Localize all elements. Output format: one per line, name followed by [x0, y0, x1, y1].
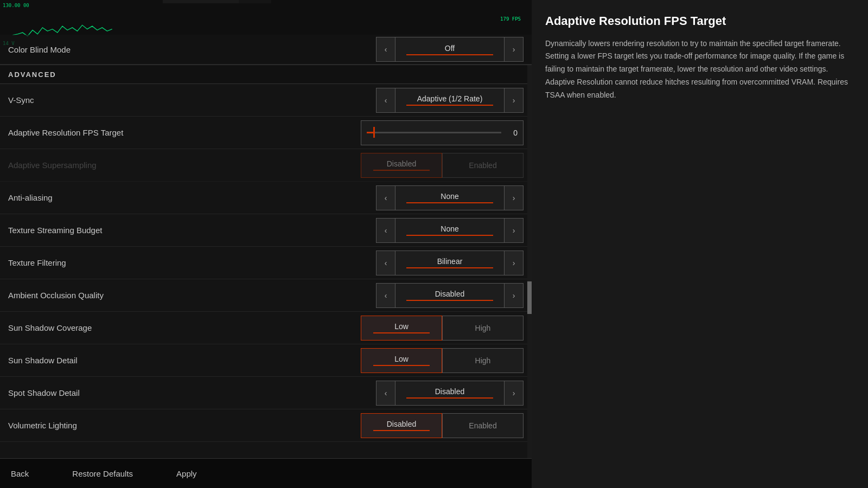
texture-filtering-control: ‹ Bilinear › — [361, 251, 524, 275]
sun-shadow-coverage-control: Low High — [361, 316, 524, 341]
texture-streaming-budget-underline — [406, 235, 493, 236]
perf-overlay: 130.00 00 — [3, 3, 29, 9]
color-blind-mode-value-box: Off — [395, 37, 504, 62]
ambient-occlusion-value: Disabled — [435, 290, 464, 298]
anti-aliasing-label: Anti-aliasing — [8, 193, 361, 202]
help-description: Dynamically lowers rendering resolution … — [545, 37, 854, 102]
volumetric-lighting-control: Disabled Enabled — [361, 413, 524, 438]
sun-shadow-coverage-low-text: Low — [394, 322, 409, 331]
color-blind-mode-control: ‹ Off › — [361, 37, 524, 62]
sun-shadow-detail-low-underline — [373, 365, 430, 366]
volumetric-lighting-opt2-text: Enabled — [469, 421, 496, 430]
volumetric-lighting-row: Volumetric Lighting Disabled Enabled — [0, 409, 532, 442]
perf-line1: 130.00 00 — [3, 3, 29, 9]
adaptive-resolution-value: 0 — [507, 129, 518, 137]
texture-streaming-budget-control: ‹ None › — [361, 218, 524, 243]
bottom-bar: Back Restore Defaults Apply — [0, 458, 532, 488]
texture-filtering-value: Bilinear — [437, 257, 463, 266]
spot-shadow-detail-value-box: Disabled — [395, 381, 504, 406]
top-bar: 130.00 00 14 V 179 FPS Color Blind Mode … — [0, 0, 532, 65]
adaptive-supersampling-opt1-text: Disabled — [387, 159, 416, 168]
texture-streaming-budget-value-box: None — [395, 218, 504, 243]
texture-streaming-budget-next[interactable]: › — [504, 218, 524, 243]
adaptive-resolution-thumb — [373, 127, 375, 138]
adaptive-resolution-slider[interactable]: 0 — [361, 120, 524, 145]
anti-aliasing-row: Anti-aliasing ‹ None › — [0, 182, 532, 214]
color-blind-mode-underline — [406, 54, 493, 55]
v-sync-control: ‹ Adaptive (1/2 Rate) › — [361, 88, 524, 113]
v-sync-prev[interactable]: ‹ — [376, 88, 395, 113]
volumetric-lighting-opt1-underline — [373, 430, 430, 431]
sun-shadow-detail-high-btn[interactable]: High — [442, 348, 524, 373]
v-sync-label: V-Sync — [8, 95, 361, 105]
ambient-occlusion-next[interactable]: › — [504, 283, 524, 308]
adaptive-supersampling-enabled-btn[interactable]: Enabled — [442, 153, 524, 178]
ambient-occlusion-control: ‹ Disabled › — [361, 283, 524, 308]
sun-shadow-coverage-high-btn[interactable]: High — [442, 316, 524, 341]
adaptive-resolution-row: Adaptive Resolution FPS Target 0 — [0, 117, 532, 149]
volumetric-lighting-disabled-btn[interactable]: Disabled — [361, 413, 442, 438]
adaptive-supersampling-control: Disabled Enabled — [361, 153, 524, 178]
sun-shadow-coverage-low-underline — [373, 332, 430, 333]
texture-streaming-budget-value: None — [441, 224, 458, 233]
sun-shadow-detail-label: Sun Shadow Detail — [8, 356, 361, 365]
spot-shadow-detail-label: Spot Shadow Detail — [8, 388, 361, 397]
spot-shadow-detail-value: Disabled — [435, 387, 464, 396]
sun-shadow-coverage-label: Sun Shadow Coverage — [8, 323, 361, 332]
anti-aliasing-control: ‹ None › — [361, 185, 524, 210]
spot-shadow-detail-next[interactable]: › — [504, 381, 524, 406]
texture-filtering-row: Texture Filtering ‹ Bilinear › — [0, 247, 532, 279]
texture-filtering-prev[interactable]: ‹ — [376, 251, 395, 275]
spot-shadow-detail-control: ‹ Disabled › — [361, 381, 524, 406]
ambient-occlusion-underline — [406, 300, 493, 301]
settings-list: ADVANCED V-Sync ‹ Adaptive (1/2 Rate) › … — [0, 65, 532, 458]
texture-streaming-budget-row: Texture Streaming Budget ‹ None › — [0, 214, 532, 247]
color-blind-mode-prev[interactable]: ‹ — [376, 37, 395, 62]
adaptive-resolution-label: Adaptive Resolution FPS Target — [8, 128, 361, 137]
adaptive-supersampling-disabled-btn[interactable]: Disabled — [361, 153, 442, 178]
spot-shadow-detail-underline — [406, 397, 493, 399]
v-sync-value: Adaptive (1/2 Rate) — [417, 94, 483, 103]
sun-shadow-coverage-row: Sun Shadow Coverage Low High — [0, 312, 532, 344]
scrollbar-thumb[interactable] — [527, 281, 532, 314]
ambient-occlusion-value-box: Disabled — [395, 283, 504, 308]
volumetric-lighting-enabled-btn[interactable]: Enabled — [442, 413, 524, 438]
anti-aliasing-next[interactable]: › — [504, 185, 524, 210]
volumetric-lighting-label: Volumetric Lighting — [8, 421, 361, 430]
texture-streaming-budget-prev[interactable]: ‹ — [376, 218, 395, 243]
color-blind-mode-row: Color Blind Mode ‹ Off › — [0, 35, 532, 65]
back-button[interactable]: Back — [11, 469, 29, 478]
scrollbar[interactable] — [527, 65, 532, 458]
adaptive-supersampling-opt1-underline — [373, 170, 430, 171]
anti-aliasing-underline — [406, 202, 493, 203]
ambient-occlusion-label: Ambient Occlusion Quality — [8, 291, 361, 300]
color-blind-mode-next[interactable]: › — [504, 37, 524, 62]
volumetric-lighting-opt1-text: Disabled — [387, 420, 416, 428]
v-sync-next[interactable]: › — [504, 88, 524, 113]
anti-aliasing-prev[interactable]: ‹ — [376, 185, 395, 210]
color-blind-mode-label: Color Blind Mode — [8, 45, 361, 54]
adaptive-supersampling-label: Adaptive Supersampling — [8, 160, 361, 170]
sun-shadow-coverage-low-btn[interactable]: Low — [361, 316, 442, 341]
ambient-occlusion-prev[interactable]: ‹ — [376, 283, 395, 308]
advanced-title: ADVANCED — [8, 70, 56, 79]
sun-shadow-detail-low-btn[interactable]: Low — [361, 348, 442, 373]
texture-filtering-underline — [406, 267, 493, 268]
sun-shadow-detail-row: Sun Shadow Detail Low High — [0, 344, 532, 377]
restore-defaults-button[interactable]: Restore Defaults — [72, 469, 133, 478]
advanced-header: ADVANCED — [0, 65, 532, 84]
sun-shadow-detail-high-text: High — [475, 356, 491, 365]
fps-label: 179 FPS — [500, 16, 521, 22]
adaptive-resolution-fill — [367, 132, 373, 133]
apply-button[interactable]: Apply — [176, 469, 197, 478]
adaptive-supersampling-opt2-text: Enabled — [469, 161, 496, 170]
v-sync-value-box: Adaptive (1/2 Rate) — [395, 88, 504, 113]
sun-shadow-detail-control: Low High — [361, 348, 524, 373]
texture-filtering-next[interactable]: › — [504, 251, 524, 275]
color-blind-mode-value: Off — [445, 44, 455, 53]
spot-shadow-detail-prev[interactable]: ‹ — [376, 381, 395, 406]
v-sync-underline — [406, 105, 493, 106]
adaptive-supersampling-row: Adaptive Supersampling Disabled Enabled — [0, 149, 532, 182]
texture-filtering-value-box: Bilinear — [395, 251, 504, 275]
sun-shadow-detail-low-text: Low — [394, 355, 409, 363]
